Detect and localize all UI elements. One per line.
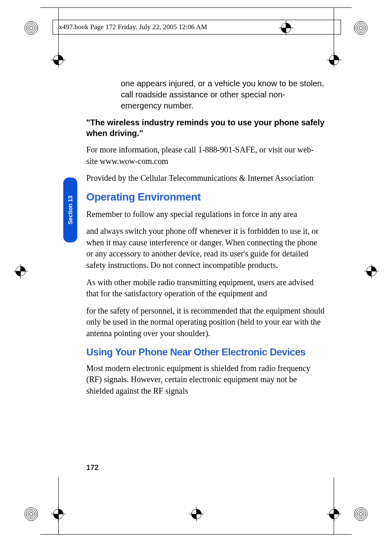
paragraph: As with other mobile radio transmitting …: [86, 277, 325, 300]
reg-mark-tr: [353, 21, 368, 35]
crop-line-bottom: [40, 534, 352, 535]
paragraph: for the safety of personnel, it is recom…: [86, 305, 325, 339]
paragraph: For more information, please call 1-888-…: [86, 144, 325, 167]
heading-using-phone-near-devices: Using Your Phone Near Other Electronic D…: [86, 345, 325, 359]
paragraph: Most modern electronic equipment is shie…: [86, 363, 325, 397]
section-tab-label: Section 13: [67, 196, 74, 224]
callout-quote: "The wireless industry reminds you to us…: [86, 117, 325, 138]
reg-cross-t2: [327, 53, 341, 67]
running-head: x497.book Page 172 Friday, July 22, 2005…: [53, 20, 341, 35]
page: x497.book Page 172 Friday, July 22, 2005…: [0, 0, 392, 542]
svg-point-13: [357, 511, 364, 517]
svg-point-3: [25, 21, 38, 35]
paragraph-continuation: one appears injured, or a vehicle you kn…: [121, 78, 325, 111]
reg-cross-b3: [327, 507, 341, 521]
svg-point-1: [28, 25, 35, 31]
svg-point-12: [359, 512, 362, 516]
body-text: one appears injured, or a vehicle you kn…: [86, 78, 325, 397]
paragraph: and always switch your phone off wheneve…: [86, 226, 325, 271]
reg-cross-b2: [189, 507, 204, 521]
running-head-text: x497.book Page 172 Friday, July 22, 2005…: [59, 23, 207, 31]
section-tab: Section 13: [63, 178, 77, 242]
svg-point-0: [30, 26, 33, 30]
crop-line-top-v1: [58, 7, 59, 65]
reg-mark-tl: [24, 21, 39, 35]
crop-line-bot-v1: [58, 477, 59, 535]
paragraph: Remember to follow any special regulatio…: [86, 209, 325, 220]
svg-point-7: [354, 21, 367, 35]
page-number: 172: [86, 464, 99, 472]
heading-operating-environment: Operating Environment: [86, 190, 325, 205]
svg-point-11: [25, 507, 38, 521]
reg-mark-br: [353, 507, 368, 521]
svg-point-15: [354, 507, 367, 521]
svg-point-8: [30, 512, 33, 516]
svg-point-4: [359, 26, 362, 30]
svg-point-9: [28, 511, 35, 517]
crop-line-bot-v2: [334, 477, 334, 535]
paragraph: Provided by the Cellular Telecommunicati…: [86, 173, 325, 184]
crop-line-top: [40, 7, 352, 8]
reg-mark-bl: [24, 507, 39, 521]
reg-cross-right: [364, 264, 379, 279]
crop-line-top-v2: [334, 7, 334, 65]
svg-point-5: [357, 25, 364, 31]
reg-cross-left: [13, 264, 28, 279]
